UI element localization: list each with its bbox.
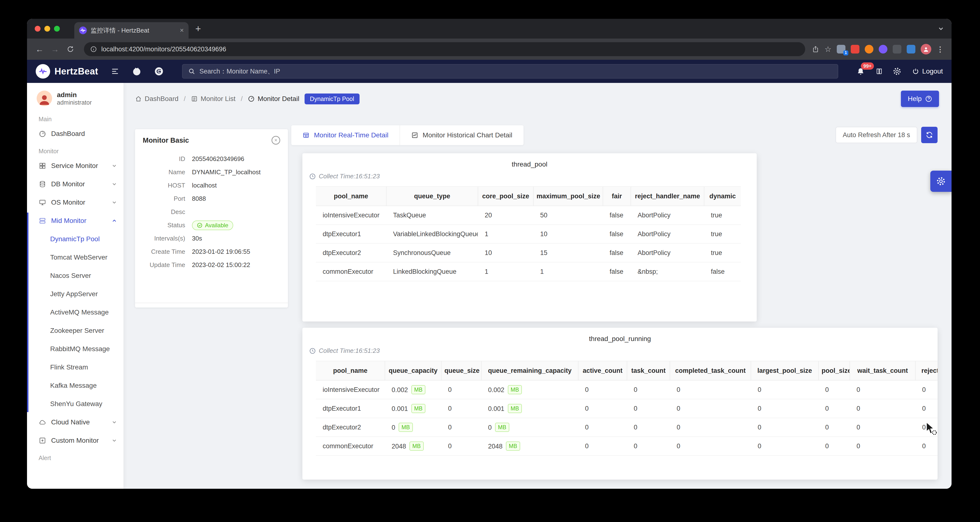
cell: 0 (670, 418, 751, 437)
tab-realtime-detail[interactable]: Monitor Real-Time Detail (291, 125, 399, 145)
site-info-icon[interactable] (90, 46, 97, 52)
url-text: localhost:4200/monitors/205540620349696 (101, 46, 226, 53)
database-icon (38, 180, 46, 188)
sidebar-subitem-label: Nacos Server (50, 272, 91, 279)
thread-pool-running-card: thread_pool_running Collect Time:16:51:2… (302, 328, 937, 479)
sidebar: admin administrator Main DashBoard Monit… (27, 83, 124, 489)
sidebar-item-os-monitor[interactable]: OS Monitor (27, 193, 124, 212)
sidebar-subitem-flink[interactable]: Flink Stream (27, 358, 124, 376)
breadcrumb-label: Monitor Detail (258, 95, 299, 103)
reload-button[interactable] (64, 43, 77, 56)
extension-icon[interactable]: 1 (837, 45, 845, 54)
tab-close-icon[interactable]: × (180, 27, 184, 34)
browser-profile-avatar[interactable] (921, 44, 931, 54)
global-search[interactable] (182, 64, 838, 79)
sidebar-item-service-monitor[interactable]: Service Monitor (27, 157, 124, 175)
github-icon[interactable] (132, 67, 142, 76)
extension-icon[interactable] (879, 45, 888, 54)
sidebar-subitem-dynamictp-pool[interactable]: DynamicTp Pool (27, 230, 124, 248)
extension-icon[interactable] (907, 45, 915, 54)
power-icon (912, 68, 919, 75)
cell: 0 (578, 380, 627, 399)
browser-tab[interactable]: 监控详情 - HertzBeat × (74, 22, 189, 38)
field-value: DYNAMIC_TP_localhost (192, 168, 261, 176)
extension-icon[interactable] (893, 45, 901, 54)
extension-icon[interactable] (851, 45, 859, 54)
cell: dtpExecutor2 (316, 418, 385, 437)
cell: 1 (533, 262, 603, 281)
hertzbeat-logo-icon[interactable] (36, 64, 50, 79)
sidebar-item-mid-monitor[interactable]: Mid Monitor (27, 212, 124, 230)
sidebar-item-cloud-native[interactable]: Cloud Native (27, 413, 124, 432)
sidebar-subitem-zookeeper[interactable]: Zookeeper Server (27, 322, 124, 340)
sidebar-item-dashboard[interactable]: DashBoard (27, 125, 124, 143)
sidebar-subitem-nacos[interactable]: Nacos Server (27, 267, 124, 285)
sidebar-item-label: Service Monitor (51, 162, 98, 170)
column-header: wait_task_count (850, 361, 915, 380)
sidebar-item-db-monitor[interactable]: DB Monitor (27, 175, 124, 193)
clock-icon (309, 347, 316, 354)
sidebar-group-main: Main (27, 111, 124, 125)
collapse-menu-icon[interactable] (111, 67, 119, 76)
notification-bell-icon[interactable]: 99+ (856, 67, 865, 75)
minimize-window-button[interactable] (45, 26, 50, 32)
sidebar-item-custom-monitor[interactable]: Custom Monitor (27, 432, 124, 450)
breadcrumb-dashboard[interactable]: DashBoard (135, 95, 178, 103)
sidebar-subitem-tomcat[interactable]: Tomcat WebServer (27, 248, 124, 267)
new-tab-button[interactable]: + (195, 23, 201, 34)
cell: false (603, 206, 631, 225)
search-icon (188, 68, 195, 75)
cell: SynchronousQueue (386, 243, 478, 262)
refresh-button[interactable] (921, 127, 937, 143)
monitor-basic-fields: ID205540620349696 NameDYNAMIC_TP_localho… (143, 152, 280, 271)
cell: 20 (478, 206, 533, 225)
list-icon (191, 95, 198, 102)
search-input[interactable] (199, 68, 832, 75)
cell: 0 (670, 380, 751, 399)
cell: 0 (751, 437, 818, 455)
help-button[interactable]: Help (901, 90, 939, 107)
docs-book-icon[interactable] (875, 67, 883, 75)
close-window-button[interactable] (35, 26, 40, 32)
zoom-window-button[interactable] (54, 26, 60, 32)
theme-settings-float-button[interactable] (930, 171, 951, 192)
table-row: commonExecutorLinkedBlockingQueue11false… (316, 262, 741, 281)
share-icon[interactable] (812, 46, 819, 53)
tab-historical-chart[interactable]: Monitor Historical Chart Detail (399, 125, 523, 145)
metamask-extension-icon[interactable] (865, 45, 873, 54)
breadcrumb-monitor-list[interactable]: Monitor List (191, 95, 235, 103)
tab-search-chevron-icon[interactable] (938, 26, 944, 32)
cell: 0.002MB (481, 380, 578, 399)
close-panel-icon[interactable]: × (272, 136, 280, 144)
bookmark-star-icon[interactable]: ☆ (824, 44, 832, 54)
sidebar-subitem-jetty[interactable]: Jetty AppServer (27, 285, 124, 303)
sidebar-subitem-activemq[interactable]: ActiveMQ Message (27, 303, 124, 322)
brand-name[interactable]: HertzBeat (54, 66, 98, 77)
settings-gear-icon[interactable] (893, 67, 901, 76)
gitee-icon[interactable] (154, 67, 164, 76)
appstore-icon (38, 162, 46, 170)
user-card[interactable]: admin administrator (27, 83, 124, 111)
sidebar-subitem-shenyu[interactable]: ShenYu Gateway (27, 395, 124, 413)
field-label: Update Time (143, 261, 185, 269)
column-header: pool_name (316, 187, 386, 206)
auto-refresh-select[interactable]: Auto Refresh After 18 s (835, 127, 917, 143)
field-label: Status (143, 222, 185, 229)
forward-button[interactable]: → (48, 43, 62, 56)
table-row: dtpExecutor2 0MB 0 0MB 0 0 0 0 0 0 0 (316, 418, 937, 437)
logout-button[interactable]: Logout (912, 67, 943, 75)
back-button[interactable]: ← (33, 43, 46, 56)
sidebar-subitem-kafka[interactable]: Kafka Message (27, 376, 124, 395)
field-label: Intervals(s) (143, 235, 185, 242)
cell: LinkedBlockingQueue (386, 262, 478, 281)
cell: 0 (818, 380, 850, 399)
cell: false (603, 225, 631, 243)
sidebar-item-label: Custom Monitor (51, 437, 99, 444)
browser-menu-icon[interactable]: ⋮ (937, 45, 944, 54)
url-bar[interactable]: localhost:4200/monitors/205540620349696 (84, 42, 805, 56)
cell: 10 (533, 225, 603, 243)
cell: 10 (478, 243, 533, 262)
table-row: dtpExecutor1 0.001MB 0 0.001MB 0 0 0 0 0… (316, 399, 937, 418)
sidebar-subitem-rabbitmq[interactable]: RabbitMQ Message (27, 340, 124, 358)
traffic-lights (27, 26, 65, 32)
